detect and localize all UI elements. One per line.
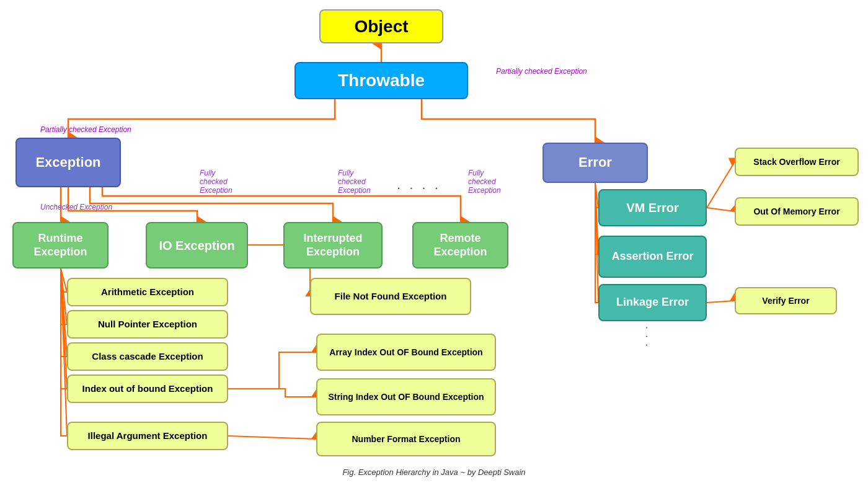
index-bound-exception-node: Index out of bound Exception bbox=[67, 375, 228, 403]
linkage-error-node: Linkage Error bbox=[598, 284, 707, 321]
number-format-label: Number Format Exception bbox=[352, 434, 460, 445]
partially-checked-label-2: Partially checked Exception bbox=[40, 125, 131, 134]
caption: Fig. Exception Hierarchy in Java ~ by De… bbox=[342, 468, 525, 477]
array-index-label: Array Index Out OF Bound Exception bbox=[329, 347, 482, 358]
verify-error-label: Verify Error bbox=[762, 296, 809, 306]
object-label: Object bbox=[354, 16, 408, 37]
runtime-label: Runtime Exception bbox=[14, 232, 107, 259]
file-not-found-exception-node: File Not Found Exception bbox=[310, 278, 471, 315]
exception-label: Exception bbox=[35, 154, 100, 171]
out-of-memory-error-node: Out Of Memory Error bbox=[735, 197, 859, 226]
partially-checked-label-1: Partially checked Exception bbox=[496, 67, 587, 76]
fully-checked-label-1: FullycheckedException bbox=[200, 169, 262, 195]
interrupted-exception-node: Interrupted Exception bbox=[283, 222, 383, 268]
throwable-label: Throwable bbox=[338, 70, 425, 91]
runtime-exception-node: Runtime Exception bbox=[12, 222, 108, 268]
error-label: Error bbox=[578, 154, 612, 171]
interrupted-label: Interrupted Exception bbox=[285, 232, 381, 259]
index-bound-label: Index out of bound Exception bbox=[82, 383, 213, 394]
verify-error-node: Verify Error bbox=[735, 287, 837, 314]
number-format-exception-node: Number Format Exception bbox=[316, 422, 496, 456]
stack-overflow-error-node: Stack Overflow Error bbox=[735, 148, 859, 176]
error-node: Error bbox=[542, 143, 648, 183]
string-index-exception-node: String Index Out OF Bound Exception bbox=[316, 378, 496, 415]
vm-error-node: VM Error bbox=[598, 189, 707, 226]
file-not-found-label: File Not Found Exception bbox=[335, 291, 447, 302]
svg-line-2 bbox=[61, 268, 67, 324]
svg-line-1 bbox=[61, 268, 67, 292]
stack-overflow-label: Stack Overflow Error bbox=[753, 157, 839, 167]
io-exception-node: IO Exception bbox=[146, 222, 248, 268]
exception-node: Exception bbox=[16, 138, 121, 187]
svg-line-16 bbox=[707, 208, 735, 211]
svg-line-15 bbox=[707, 162, 735, 208]
out-of-memory-label: Out Of Memory Error bbox=[753, 206, 839, 217]
svg-line-3 bbox=[61, 268, 67, 357]
dots-vertical: . . . bbox=[643, 326, 656, 348]
dots-horizontal: . . . . bbox=[397, 177, 441, 193]
arithmetic-label: Arithmetic Exception bbox=[101, 286, 194, 298]
remote-label: Remote Exception bbox=[414, 232, 507, 259]
throwable-node: Throwable bbox=[294, 62, 468, 99]
null-pointer-exception-node: Null Pointer Exception bbox=[67, 310, 228, 339]
unchecked-label: Unchecked Exception bbox=[40, 203, 112, 211]
svg-line-17 bbox=[707, 301, 735, 303]
illegal-argument-label: Illegal Argument Exception bbox=[88, 430, 208, 441]
svg-line-5 bbox=[61, 268, 67, 436]
null-pointer-label: Null Pointer Exception bbox=[98, 319, 197, 330]
class-cascade-exception-node: Class cascade Exception bbox=[67, 342, 228, 371]
illegal-argument-exception-node: Illegal Argument Exception bbox=[67, 422, 228, 450]
fully-checked-label-3: FullycheckedException bbox=[468, 169, 530, 195]
assertion-label: Assertion Error bbox=[611, 250, 693, 264]
linkage-label: Linkage Error bbox=[616, 296, 689, 309]
object-node: Object bbox=[319, 9, 443, 43]
array-index-exception-node: Array Index Out OF Bound Exception bbox=[316, 334, 496, 371]
io-label: IO Exception bbox=[159, 238, 234, 253]
class-cascade-label: Class cascade Exception bbox=[92, 351, 203, 362]
svg-line-4 bbox=[61, 268, 67, 389]
vm-label: VM Error bbox=[626, 200, 678, 215]
arithmetic-exception-node: Arithmetic Exception bbox=[67, 278, 228, 306]
fully-checked-label-2: FullycheckedException bbox=[338, 169, 400, 195]
assertion-error-node: Assertion Error bbox=[598, 236, 707, 278]
string-index-label: String Index Out OF Bound Exception bbox=[328, 392, 484, 402]
remote-exception-node: Remote Exception bbox=[412, 222, 508, 268]
